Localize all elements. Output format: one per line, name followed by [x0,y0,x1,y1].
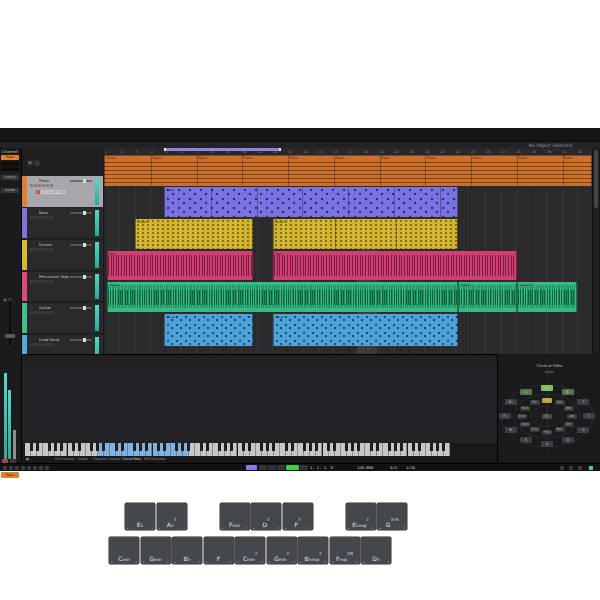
transport-tempo-display[interactable]: 120.000 [357,465,373,470]
pad-tension-control[interactable]: · ▾ [386,561,389,564]
pad-voicing-control[interactable]: ▴ · [363,561,366,564]
pad-tension-control[interactable]: · ▾ [228,561,231,564]
piano-key-black[interactable] [260,443,263,451]
solo-button[interactable] [34,343,37,346]
piano-key-black[interactable] [442,443,445,451]
record-arm-button[interactable] [38,248,41,251]
pad-voicing-control[interactable]: ▴ · [348,527,351,530]
cof-major-F♯[interactable]: F♯ [499,413,511,419]
clip-percussion-taps[interactable]: Perc [273,251,517,280]
piano-key-black[interactable] [145,443,148,451]
pad-tension-control[interactable]: · ▾ [181,527,184,530]
cof-major-A[interactable]: A [541,441,553,447]
piano-key-black[interactable] [200,443,203,451]
edit-button[interactable] [46,311,49,314]
transport-right-icon[interactable] [569,466,573,470]
cycle-region[interactable] [164,148,281,151]
solo-button[interactable] [34,184,37,187]
piano-key-black[interactable] [218,443,221,451]
piano-key-black[interactable] [48,443,51,451]
zone-tab-chord-pads[interactable]: Chord Pads [122,457,141,461]
chord-pad-G7-b9[interactable]: G7/♭9▴ ·· ▾ [377,503,407,530]
piano-key-black[interactable] [436,443,439,451]
piano-key-black[interactable] [115,443,118,451]
piano-key-black[interactable] [430,443,433,451]
piano-key-black[interactable] [102,443,105,451]
freeze-button[interactable] [50,343,53,346]
monitor-button[interactable] [42,216,45,219]
cof-minor-E♭m[interactable]: E♭m [517,414,527,419]
piano-key-black[interactable] [90,443,93,451]
piano-key-black[interactable] [157,443,160,451]
channel-track-name[interactable]: Piano [1,155,19,160]
piano-key-black[interactable] [139,443,142,451]
event-display[interactable]: PianoPianoPianoPianoPianoPianoPianoPiano… [104,155,592,355]
transport-left-icon[interactable] [45,466,49,470]
chord-pad-Gmin[interactable]: Gmin▴ ·· ▾ [141,537,171,564]
clip-drums[interactable]: Drums [135,219,253,249]
piano-key-black[interactable] [224,443,227,451]
pad-voicing-control[interactable]: ▴ · [111,561,114,564]
cof-minor-B♭m[interactable]: B♭m [520,406,530,411]
stop-button[interactable] [277,465,285,470]
piano-key-black[interactable] [333,443,336,451]
piano-keyboard-strip[interactable] [25,443,450,456]
midi-channel-badge[interactable]: 4 [51,190,55,194]
transport-left-icon[interactable] [15,466,19,470]
track-volume-slider[interactable] [70,276,92,278]
clip-bass[interactable]: Bass [164,187,458,217]
zone-tab-sampler-control[interactable]: Sampler Control [93,457,120,461]
pad-voicing-control[interactable]: ▴ · [253,527,256,530]
monitor-button[interactable] [42,343,45,346]
chord-pad-Ebmaj7[interactable]: E♭maj7▴ ·· ▾ [346,503,376,530]
chord-pad-Bb[interactable]: B♭▴ ·· ▾ [172,537,202,564]
track-header-piano[interactable]: Piano123456 [22,176,103,207]
cof-minor-Cm[interactable]: Cm [542,398,552,403]
mute-button[interactable] [30,184,33,187]
piano-key-black[interactable] [54,443,57,451]
chord-pad-D7[interactable]: D7▴ ·· ▾ [251,503,281,530]
chord-pad-Fmaj7-9[interactable]: Fmaj7/9▴ ·· ▾ [330,537,360,564]
track-volume-slider[interactable] [70,307,92,309]
cycle-end-marker[interactable] [279,148,281,151]
chord-pad-Ab7[interactable]: A♭7▴ ·· ▾ [157,503,187,530]
channel-sends-button[interactable]: Sends [1,188,19,193]
track-filter-icon[interactable]: ○ [34,160,40,166]
piano-key-black[interactable] [291,443,294,451]
pad-voicing-control[interactable]: ▴ · [206,561,209,564]
play-button[interactable] [286,465,299,470]
piano-key-black[interactable] [345,443,348,451]
freeze-button[interactable] [50,216,53,219]
cof-major-E[interactable]: E [520,437,532,443]
pad-tension-control[interactable]: · ▾ [197,561,200,564]
pad-voicing-control[interactable]: ▴ · [222,527,225,530]
edit-button[interactable] [46,216,49,219]
transport-left-icon[interactable] [9,466,13,470]
transport-position-display[interactable]: 1. 1. 1. 0 [310,465,333,470]
clip-lead-vocal[interactable]: Vocal [164,314,253,346]
solo-button[interactable] [34,216,37,219]
freeze-button[interactable] [50,248,53,251]
piano-key-black[interactable] [309,443,312,451]
piano-key-black[interactable] [163,443,166,451]
mute-button[interactable] [30,248,33,251]
midi-channel-badge[interactable]: 2 [41,190,45,194]
pad-tension-control[interactable]: · ▾ [307,527,310,530]
chord-pad-Bbmaj7[interactable]: B♭maj7▴ ·· ▾ [298,537,328,564]
channel-inserts-button[interactable]: Inserts [1,175,19,180]
clip-drums[interactable]: Drums [273,219,458,249]
piano-key-black[interactable] [351,443,354,451]
chord-pad-Fmin[interactable]: Fmin▴ ·· ▾ [220,503,250,530]
piano-key-black[interactable] [400,443,403,451]
cof-major-D[interactable]: D [562,437,574,443]
record-arm-button[interactable] [38,184,41,187]
pad-tension-control[interactable]: · ▾ [165,561,168,564]
channel-routing-output-slot[interactable] [1,167,19,171]
clip-lead-vocal[interactable]: Vocal [273,314,458,346]
track-volume-slider[interactable] [70,244,92,246]
freeze-button[interactable] [50,184,53,187]
transport-left-icon[interactable] [27,466,31,470]
zone-tab-mixconsole[interactable]: MixConsole [55,457,74,461]
piano-key-black[interactable] [327,443,330,451]
channel-routing-input-slot[interactable] [1,162,19,166]
